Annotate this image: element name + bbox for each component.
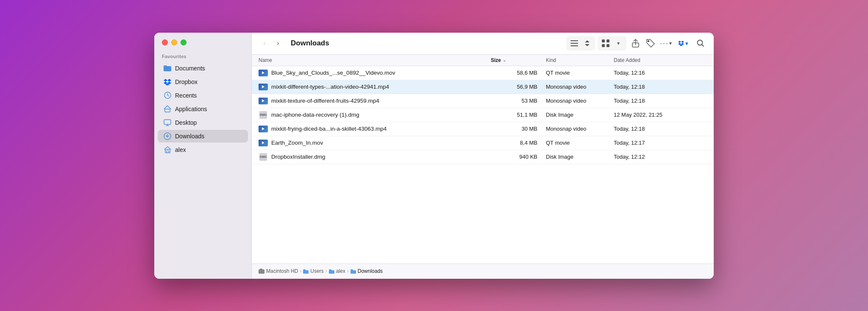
applications-icon	[164, 105, 171, 113]
file-date: Today, 12:18	[614, 84, 707, 90]
file-row[interactable]: mixkit-different-types-...ation-video-42…	[252, 80, 714, 94]
forward-button[interactable]: ›	[272, 37, 284, 49]
sidebar-item-applications[interactable]: Applications	[158, 103, 248, 115]
svg-rect-22	[351, 270, 356, 274]
file-icon	[259, 69, 268, 77]
column-kind[interactable]: Kind	[546, 57, 614, 63]
sort-arrow: ⌄	[503, 58, 506, 62]
breadcrumb-alex[interactable]: alex	[329, 268, 345, 274]
grid-view-button[interactable]	[599, 37, 612, 50]
svg-rect-8	[570, 40, 578, 41]
file-size: 56,9 MB	[491, 84, 546, 90]
file-icon	[259, 97, 268, 105]
file-row[interactable]: Blue_Sky_and_Clouds_...se_0892__Videvo.m…	[252, 66, 714, 80]
view-toggle-group	[566, 36, 595, 50]
breadcrumb-bar: Macintosh HD › Users › alex › Downloads	[252, 263, 714, 279]
column-size[interactable]: Size ⌄	[491, 57, 546, 63]
traffic-lights	[154, 39, 251, 54]
svg-rect-4	[164, 120, 171, 124]
file-kind: Monosnap video	[546, 98, 614, 104]
sidebar-item-dropbox[interactable]: Dropbox	[158, 76, 248, 88]
file-size: 51,1 MB	[491, 112, 546, 118]
file-icon	[259, 125, 268, 133]
breadcrumb-sep-3: ›	[347, 268, 349, 274]
file-row[interactable]: DMG mac-iphone-data-recovery (1).dmg 51,…	[252, 108, 714, 122]
folder-icon	[164, 64, 171, 72]
file-date: Today, 12:18	[614, 126, 707, 132]
file-size: 53 MB	[491, 98, 546, 104]
file-icon: DMG	[259, 153, 268, 161]
list-view-button[interactable]	[568, 37, 581, 50]
file-size: 940 KB	[491, 154, 546, 160]
sidebar-item-documents[interactable]: Documents	[158, 62, 248, 75]
svg-rect-1	[164, 66, 167, 67]
dropbox-toolbar-button[interactable]: ▾	[675, 39, 692, 48]
close-button[interactable]	[162, 39, 168, 45]
file-name: mixkit-texture-of-different-fruits-42959…	[259, 97, 491, 105]
svg-rect-10	[570, 45, 578, 46]
file-size: 8,4 MB	[491, 140, 546, 146]
more-options-button[interactable]: ··· ▾	[659, 37, 672, 50]
sort-button[interactable]	[581, 37, 593, 50]
file-kind: QT movie	[546, 140, 614, 146]
file-date: Today, 12:12	[614, 154, 707, 160]
desktop-icon	[164, 119, 171, 126]
toolbar: ‹ › Downloads	[252, 33, 714, 55]
sidebar-item-downloads[interactable]: Downloads	[158, 130, 248, 143]
file-row[interactable]: Earth_Zoom_In.mov 8,4 MB QT movie Today,…	[252, 136, 714, 150]
svg-rect-3	[165, 109, 170, 112]
file-icon	[259, 83, 268, 91]
svg-rect-12	[606, 39, 609, 42]
svg-rect-11	[602, 39, 605, 42]
svg-rect-20	[303, 270, 309, 274]
maximize-button[interactable]	[181, 39, 186, 45]
file-kind: Monosnap video	[546, 126, 614, 132]
svg-rect-13	[602, 44, 605, 47]
sidebar-item-recents-label: Recents	[175, 92, 197, 99]
file-date: 12 May 2022, 21:25	[614, 112, 707, 118]
file-name: Blue_Sky_and_Clouds_...se_0892__Videvo.m…	[259, 69, 491, 77]
sidebar-item-alex[interactable]: alex	[158, 143, 248, 156]
share-button[interactable]	[629, 37, 642, 50]
file-row[interactable]: mixkit-texture-of-different-fruits-42959…	[252, 94, 714, 108]
breadcrumb-hd[interactable]: Macintosh HD	[259, 268, 298, 274]
breadcrumb-sep-1: ›	[300, 268, 301, 274]
file-list-header: Name Size ⌄ Kind Date Added	[252, 55, 714, 66]
breadcrumb-users[interactable]: Users	[303, 268, 323, 274]
svg-point-16	[648, 41, 649, 42]
search-button[interactable]	[694, 37, 707, 50]
file-list: Name Size ⌄ Kind Date Added	[252, 55, 714, 263]
file-icon: DMG	[259, 111, 268, 119]
clock-icon	[164, 92, 171, 99]
file-row[interactable]: mixkit-frying-diced-ba...in-a-skillet-43…	[252, 122, 714, 136]
column-date[interactable]: Date Added	[614, 57, 707, 63]
sidebar-item-applications-label: Applications	[175, 106, 207, 112]
file-name: Earth_Zoom_In.mov	[259, 139, 491, 147]
sidebar-item-desktop[interactable]: Desktop	[158, 116, 248, 129]
breadcrumb-sep-2: ›	[326, 268, 327, 274]
breadcrumb-downloads[interactable]: Downloads	[351, 268, 383, 274]
file-row[interactable]: DMG DropboxInstaller.dmg 940 KB Disk Ima…	[252, 150, 714, 164]
grid-options-button[interactable]: ▾	[612, 37, 625, 50]
sidebar: Favourites Documents Dropbox Recents	[154, 33, 252, 279]
minimize-button[interactable]	[171, 39, 177, 45]
tag-button[interactable]	[644, 37, 657, 50]
file-date: Today, 12:16	[614, 70, 707, 76]
svg-rect-19	[260, 269, 262, 270]
back-button[interactable]: ‹	[259, 37, 270, 49]
sidebar-item-dropbox-label: Dropbox	[175, 78, 198, 85]
file-name: mixkit-frying-diced-ba...in-a-skillet-43…	[259, 125, 491, 133]
file-kind: Disk Image	[546, 112, 614, 118]
sidebar-item-downloads-label: Downloads	[175, 133, 204, 140]
sidebar-item-documents-label: Documents	[175, 65, 205, 72]
toolbar-controls: ▾ ··· ▾	[566, 36, 707, 50]
file-name: DMG mac-iphone-data-recovery (1).dmg	[259, 111, 491, 119]
sidebar-item-recents[interactable]: Recents	[158, 89, 248, 102]
main-content: ‹ › Downloads	[252, 33, 714, 279]
svg-rect-6	[165, 149, 170, 153]
svg-rect-14	[606, 44, 609, 47]
file-size: 30 MB	[491, 126, 546, 132]
file-kind: Disk Image	[546, 154, 614, 160]
window-title: Downloads	[289, 39, 563, 48]
column-name[interactable]: Name	[259, 57, 491, 63]
